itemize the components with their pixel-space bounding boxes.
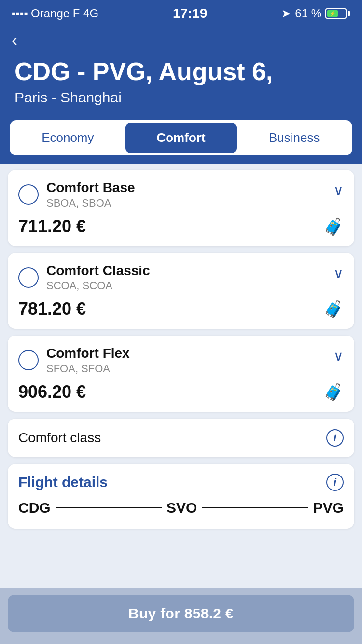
luggage-icon: 🧳 bbox=[323, 217, 344, 236]
fare-code: SBOA, SBOA bbox=[46, 197, 135, 210]
back-button[interactable]: ‹ bbox=[12, 30, 17, 50]
fare-name: Comfort Flex bbox=[46, 345, 130, 362]
status-left: ▪▪▪▪ Orange F 4G bbox=[12, 7, 98, 20]
status-time: 17:19 bbox=[173, 6, 208, 21]
fare-card-comfort-flex[interactable]: Comfort Flex SFOA, SFOA ∨ 906.20 € 🧳 bbox=[8, 336, 354, 412]
luggage-icon: 🧳 bbox=[323, 299, 344, 319]
fare-card-bottom: 711.20 € 🧳 bbox=[18, 216, 344, 237]
comfort-class-info-icon[interactable]: i bbox=[326, 429, 344, 447]
route-line-1 bbox=[56, 507, 162, 509]
page-title: CDG - PVG, August 6, bbox=[14, 58, 348, 85]
flight-details-header: Flight details i bbox=[18, 474, 344, 491]
flight-details-title: Flight details bbox=[18, 474, 108, 490]
content-area: Comfort Base SBOA, SBOA ∨ 711.20 € 🧳 Com… bbox=[0, 164, 362, 599]
tabs-container: Economy Comfort Business bbox=[10, 120, 352, 155]
buy-button[interactable]: Buy for 858.2 € bbox=[8, 595, 354, 632]
fare-card-bottom: 906.20 € 🧳 bbox=[18, 382, 344, 402]
radio-comfort-classic[interactable] bbox=[18, 267, 39, 288]
tab-comfort[interactable]: Comfort bbox=[125, 123, 237, 153]
fare-card-comfort-classic[interactable]: Comfort Classic SCOA, SCOA ∨ 781.20 € 🧳 bbox=[8, 253, 354, 329]
status-right: ➤ 61 % bbox=[281, 7, 350, 20]
tab-economy[interactable]: Economy bbox=[12, 123, 124, 153]
destination-airport: PVG bbox=[313, 500, 344, 516]
comfort-class-label: Comfort class bbox=[18, 430, 101, 446]
battery-label: 61 % bbox=[295, 7, 321, 20]
fare-card-top: Comfort Base SBOA, SBOA ∨ bbox=[18, 180, 344, 210]
flight-details-info-icon[interactable]: i bbox=[326, 474, 344, 491]
radio-comfort-base[interactable] bbox=[18, 184, 39, 205]
buy-button-container: Buy for 858.2 € bbox=[0, 588, 362, 644]
battery-icon bbox=[325, 8, 350, 19]
stop-airport: SVO bbox=[167, 500, 197, 516]
chevron-down-icon[interactable]: ∨ bbox=[334, 182, 344, 198]
radio-comfort-flex[interactable] bbox=[18, 350, 39, 370]
tab-business[interactable]: Business bbox=[238, 123, 350, 153]
fare-card-top: Comfort Flex SFOA, SFOA ∨ bbox=[18, 345, 344, 375]
fare-left: Comfort Classic SCOA, SCOA bbox=[18, 263, 150, 293]
fare-price: 711.20 € bbox=[18, 216, 86, 237]
fare-left: Comfort Base SBOA, SBOA bbox=[18, 180, 135, 210]
flight-details-card: Flight details i CDG SVO PVG bbox=[8, 464, 354, 529]
fare-left: Comfort Flex SFOA, SFOA bbox=[18, 345, 130, 375]
carrier-label: Orange F 4G bbox=[31, 7, 98, 20]
fare-code: SCOA, SCOA bbox=[46, 280, 150, 292]
origin-airport: CDG bbox=[18, 500, 51, 516]
comfort-class-info-row[interactable]: Comfort class i bbox=[8, 419, 354, 457]
page-subtitle: Paris - Shanghai bbox=[14, 89, 348, 106]
page-header: CDG - PVG, August 6, Paris - Shanghai bbox=[0, 53, 362, 120]
fare-card-comfort-base[interactable]: Comfort Base SBOA, SBOA ∨ 711.20 € 🧳 bbox=[8, 170, 354, 246]
fare-card-bottom: 781.20 € 🧳 bbox=[18, 299, 344, 319]
chevron-down-icon[interactable]: ∨ bbox=[334, 348, 344, 364]
fare-price: 781.20 € bbox=[18, 299, 86, 319]
location-icon: ➤ bbox=[281, 7, 291, 20]
fare-card-top: Comfort Classic SCOA, SCOA ∨ bbox=[18, 263, 344, 293]
fare-price: 906.20 € bbox=[18, 382, 86, 402]
fare-name-group: Comfort Base SBOA, SBOA bbox=[46, 180, 135, 210]
luggage-icon: 🧳 bbox=[323, 382, 344, 402]
fare-class-tabs: Economy Comfort Business bbox=[10, 120, 352, 155]
signal-icon: ▪▪▪▪ bbox=[12, 7, 28, 20]
flight-route: CDG SVO PVG bbox=[18, 500, 344, 519]
fare-code: SFOA, SFOA bbox=[46, 363, 130, 375]
route-line-2 bbox=[202, 507, 308, 509]
fare-name: Comfort Base bbox=[46, 180, 135, 196]
fare-name-group: Comfort Flex SFOA, SFOA bbox=[46, 345, 130, 375]
fare-name-group: Comfort Classic SCOA, SCOA bbox=[46, 263, 150, 293]
fare-name: Comfort Classic bbox=[46, 263, 150, 279]
status-bar: ▪▪▪▪ Orange F 4G 17:19 ➤ 61 % bbox=[0, 0, 362, 24]
back-button-container: ‹ bbox=[0, 24, 362, 53]
chevron-down-icon[interactable]: ∨ bbox=[334, 266, 344, 281]
